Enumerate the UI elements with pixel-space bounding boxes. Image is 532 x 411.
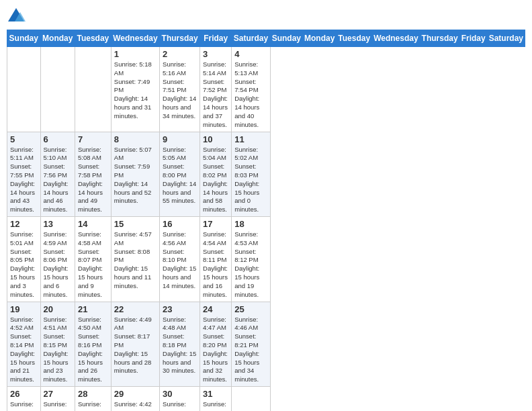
- date-number: 9: [163, 134, 197, 144]
- cell-info: Sunrise: 5:18 AMSunset: 7:49 PMDaylight:…: [114, 60, 157, 121]
- calendar-cell: 10Sunrise: 5:04 AMSunset: 8:02 PMDayligh…: [200, 132, 232, 217]
- col-header-tuesday: Tuesday: [337, 30, 372, 47]
- cell-info: Sunrise: 5:04 AMSunset: 8:02 PMDaylight:…: [203, 146, 228, 215]
- calendar-cell: 1Sunrise: 5:18 AMSunset: 7:49 PMDaylight…: [111, 47, 159, 132]
- calendar-cell: 29Sunrise: 4:42 AMSunset: 8:25 PMDayligh…: [111, 387, 159, 412]
- col-header-wednesday: Wednesday: [372, 30, 420, 47]
- cell-info: Sunrise: 4:54 AMSunset: 8:11 PMDaylight:…: [203, 230, 228, 300]
- logo: [7, 7, 28, 26]
- calendar-cell: 20Sunrise: 4:51 AMSunset: 8:15 PMDayligh…: [40, 302, 75, 387]
- calendar-cell: 26Sunrise: 4:45 AMSunset: 8:22 PMDayligh…: [7, 387, 41, 412]
- calendar-cell: 24Sunrise: 4:47 AMSunset: 8:20 PMDayligh…: [200, 302, 232, 387]
- cell-info: Sunrise: 5:10 AMSunset: 7:56 PMDaylight:…: [44, 146, 72, 215]
- week-row-1: 1Sunrise: 5:18 AMSunset: 7:49 PMDaylight…: [7, 47, 525, 132]
- date-number: 12: [10, 219, 38, 229]
- calendar-cell: 15Sunrise: 4:57 AMSunset: 8:08 PMDayligh…: [111, 217, 159, 302]
- week-row-4: 19Sunrise: 4:52 AMSunset: 8:14 PMDayligh…: [7, 302, 525, 387]
- day-header-friday: Friday: [200, 30, 232, 47]
- day-header-wednesday: Wednesday: [111, 30, 159, 47]
- cell-info: Sunrise: 4:53 AMSunset: 8:12 PMDaylight:…: [234, 230, 267, 300]
- date-number: 17: [203, 219, 228, 229]
- cell-info: Sunrise: 5:02 AMSunset: 8:03 PMDaylight:…: [234, 146, 267, 215]
- date-number: 30: [163, 389, 197, 399]
- calendar-cell: 22Sunrise: 4:49 AMSunset: 8:17 PMDayligh…: [111, 302, 159, 387]
- calendar-cell: [232, 387, 270, 412]
- date-number: 1: [114, 49, 157, 59]
- cell-info: Sunrise: 4:46 AMSunset: 8:21 PMDaylight:…: [234, 316, 267, 385]
- calendar-cell: 28Sunrise: 4:43 AMSunset: 8:24 PMDayligh…: [75, 387, 111, 412]
- col-header-thursday: Thursday: [420, 30, 459, 47]
- calendar-cell: 30Sunrise: 4:42 AMSunset: 8:26 PMDayligh…: [160, 387, 200, 412]
- date-number: 14: [78, 219, 108, 229]
- calendar-cell: 3Sunrise: 5:14 AMSunset: 7:52 PMDaylight…: [200, 47, 232, 132]
- calendar-cell: 17Sunrise: 4:54 AMSunset: 8:11 PMDayligh…: [200, 217, 232, 302]
- cell-info: Sunrise: 5:14 AMSunset: 7:52 PMDaylight:…: [203, 60, 228, 130]
- date-number: 21: [78, 304, 108, 314]
- cell-info: Sunrise: 4:58 AMSunset: 8:07 PMDaylight:…: [78, 230, 108, 300]
- cell-info: Sunrise: 5:13 AMSunset: 7:54 PMDaylight:…: [234, 60, 267, 130]
- calendar-cell: 7Sunrise: 5:08 AMSunset: 7:58 PMDaylight…: [75, 132, 111, 217]
- cell-info: Sunrise: 4:50 AMSunset: 8:16 PMDaylight:…: [78, 316, 108, 385]
- calendar-cell: 11Sunrise: 5:02 AMSunset: 8:03 PMDayligh…: [232, 132, 270, 217]
- date-number: 6: [44, 134, 72, 144]
- cell-info: Sunrise: 4:59 AMSunset: 8:06 PMDaylight:…: [44, 230, 72, 300]
- calendar-cell: 6Sunrise: 5:10 AMSunset: 7:56 PMDaylight…: [40, 132, 75, 217]
- cell-info: Sunrise: 4:43 AMSunset: 8:24 PMDaylight:…: [78, 400, 108, 411]
- cell-info: Sunrise: 5:01 AMSunset: 8:05 PMDaylight:…: [10, 230, 38, 300]
- calendar-cell: 5Sunrise: 5:11 AMSunset: 7:55 PMDaylight…: [7, 132, 41, 217]
- date-number: 28: [78, 389, 108, 399]
- calendar-cell: 16Sunrise: 4:56 AMSunset: 8:10 PMDayligh…: [160, 217, 200, 302]
- cell-info: Sunrise: 5:08 AMSunset: 7:58 PMDaylight:…: [78, 146, 108, 215]
- cell-info: Sunrise: 5:16 AMSunset: 7:51 PMDaylight:…: [163, 60, 197, 121]
- cell-info: Sunrise: 4:42 AMSunset: 8:26 PMDaylight:…: [163, 400, 197, 411]
- cell-info: Sunrise: 4:52 AMSunset: 8:14 PMDaylight:…: [10, 316, 38, 385]
- day-header-sunday: Sunday: [7, 30, 41, 47]
- cell-info: Sunrise: 5:11 AMSunset: 7:55 PMDaylight:…: [10, 146, 38, 215]
- logo-icon: [7, 7, 26, 26]
- date-number: 31: [203, 389, 228, 399]
- calendar-cell: [7, 47, 41, 132]
- date-number: 3: [203, 49, 228, 59]
- page-header: [7, 7, 525, 26]
- calendar-cell: 18Sunrise: 4:53 AMSunset: 8:12 PMDayligh…: [232, 217, 270, 302]
- col-header-saturday: Saturday: [487, 30, 525, 47]
- calendar-cell: 14Sunrise: 4:58 AMSunset: 8:07 PMDayligh…: [75, 217, 111, 302]
- day-header-tuesday: Tuesday: [75, 30, 111, 47]
- col-header-friday: Friday: [459, 30, 487, 47]
- date-number: 7: [78, 134, 108, 144]
- date-number: 18: [234, 219, 267, 229]
- cell-info: Sunrise: 4:56 AMSunset: 8:10 PMDaylight:…: [163, 230, 197, 291]
- day-header-saturday: Saturday: [232, 30, 270, 47]
- date-number: 13: [44, 219, 72, 229]
- date-number: 23: [163, 304, 197, 314]
- week-row-3: 12Sunrise: 5:01 AMSunset: 8:05 PMDayligh…: [7, 217, 525, 302]
- cell-info: Sunrise: 5:05 AMSunset: 8:00 PMDaylight:…: [163, 146, 197, 206]
- cell-info: Sunrise: 4:57 AMSunset: 8:08 PMDaylight:…: [114, 230, 157, 291]
- date-number: 20: [44, 304, 72, 314]
- calendar-cell: 31Sunrise: 4:41 AMSunset: 8:27 PMDayligh…: [200, 387, 232, 412]
- date-number: 5: [10, 134, 38, 144]
- calendar-cell: [75, 47, 111, 132]
- date-number: 27: [44, 389, 72, 399]
- col-header-sunday: Sunday: [270, 30, 302, 47]
- date-number: 16: [163, 219, 197, 229]
- calendar-cell: 9Sunrise: 5:05 AMSunset: 8:00 PMDaylight…: [160, 132, 200, 217]
- cell-info: Sunrise: 4:42 AMSunset: 8:25 PMDaylight:…: [114, 400, 157, 411]
- calendar-cell: [40, 47, 75, 132]
- day-header-thursday: Thursday: [160, 30, 200, 47]
- cell-info: Sunrise: 4:47 AMSunset: 8:20 PMDaylight:…: [203, 316, 228, 385]
- date-number: 10: [203, 134, 228, 144]
- cell-info: Sunrise: 4:41 AMSunset: 8:27 PMDaylight:…: [203, 400, 228, 411]
- date-number: 8: [114, 134, 157, 144]
- date-number: 24: [203, 304, 228, 314]
- date-number: 26: [10, 389, 38, 399]
- date-number: 19: [10, 304, 38, 314]
- calendar-cell: 19Sunrise: 4:52 AMSunset: 8:14 PMDayligh…: [7, 302, 41, 387]
- cell-info: Sunrise: 4:49 AMSunset: 8:17 PMDaylight:…: [114, 316, 157, 376]
- calendar-cell: 13Sunrise: 4:59 AMSunset: 8:06 PMDayligh…: [40, 217, 75, 302]
- date-number: 2: [163, 49, 197, 59]
- date-number: 22: [114, 304, 157, 314]
- calendar-cell: 12Sunrise: 5:01 AMSunset: 8:05 PMDayligh…: [7, 217, 41, 302]
- cell-info: Sunrise: 4:48 AMSunset: 8:18 PMDaylight:…: [163, 316, 197, 376]
- calendar-cell: 23Sunrise: 4:48 AMSunset: 8:18 PMDayligh…: [160, 302, 200, 387]
